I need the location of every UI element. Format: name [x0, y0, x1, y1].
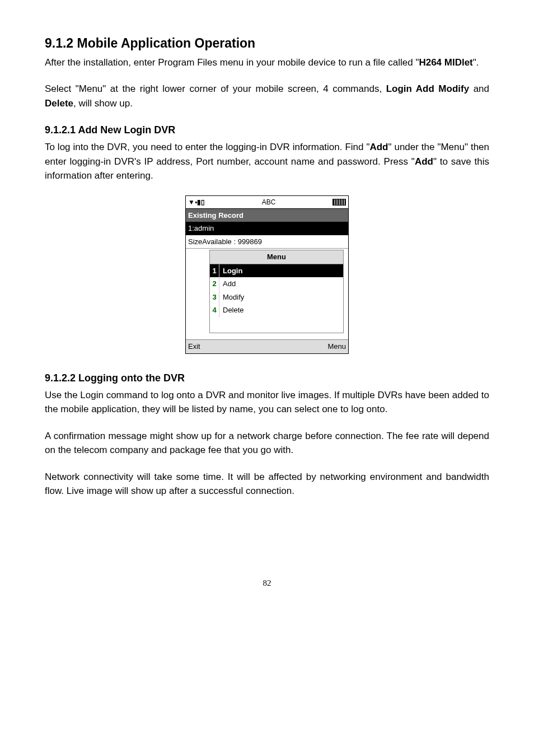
menu-number: 1 [210, 264, 219, 278]
subsection-heading-1: 9.1.2.1 Add New Login DVR [45, 123, 489, 138]
bold-text: Delete [45, 98, 73, 109]
menu-item-modify[interactable]: 3 Modify [210, 291, 343, 304]
menu-number: 3 [210, 291, 219, 304]
signal-icon: ▼▪▮▯ [188, 197, 205, 207]
sub1-paragraph: To log into the DVR, you need to enter t… [45, 140, 489, 183]
softkey-bar: Exit Menu [186, 339, 348, 353]
text: Select "Menu" at the right lower corner … [45, 83, 386, 94]
page-number: 82 [45, 577, 489, 590]
size-available-row: SizeAvailable : 999869 [186, 235, 348, 249]
menu-number: 4 [210, 304, 219, 317]
subsection-heading-2: 9.1.2.2 Logging onto the DVR [45, 371, 489, 386]
menu-label: Modify [219, 291, 343, 304]
text: ". [473, 57, 479, 68]
menu-item-login[interactable]: 1 Login [210, 264, 343, 278]
text: To log into the DVR, you need to enter t… [45, 142, 369, 152]
section-heading: 9.1.2 Mobile Application Operation [45, 34, 489, 53]
menu-area: Menu 1 Login 2 Add 3 Modify 4 Delete [186, 250, 348, 339]
sub2-paragraph-3: Network connectivity will take some time… [45, 470, 489, 498]
menu-label: Login [219, 264, 343, 278]
battery-icon [332, 199, 346, 206]
sub2-paragraph-2: A confirmation message might show up for… [45, 429, 489, 458]
menu-label: Add [219, 277, 343, 291]
title-bar: Existing Record [186, 209, 348, 222]
menu-popup: Menu 1 Login 2 Add 3 Modify 4 Delete [209, 250, 344, 333]
text: , will show up. [73, 98, 133, 109]
bold-text: Login Add Modify [386, 83, 469, 94]
text: After the installation, enter Program Fi… [45, 57, 419, 68]
menu-number: 2 [210, 277, 219, 291]
softkey-menu[interactable]: Menu [327, 341, 346, 352]
mobile-screenshot: ▼▪▮▯ ABC Existing Record 1:admin SizeAva… [185, 195, 349, 354]
menu-header: Menu [210, 250, 343, 264]
text: and [469, 83, 489, 94]
input-mode-indicator: ABC [262, 197, 276, 207]
intro-paragraph-2: Select "Menu" at the right lower corner … [45, 82, 489, 110]
menu-item-delete[interactable]: 4 Delete [210, 304, 343, 317]
menu-item-add[interactable]: 2 Add [210, 277, 343, 291]
sub2-paragraph-1: Use the Login command to log onto a DVR … [45, 388, 489, 417]
bold-text: Add [415, 156, 433, 167]
status-bar: ▼▪▮▯ ABC [186, 196, 348, 209]
bold-text: H264 MIDlet [419, 57, 472, 68]
bold-text: Add [369, 142, 388, 152]
record-row-selected[interactable]: 1:admin [186, 222, 348, 235]
softkey-exit[interactable]: Exit [188, 341, 200, 352]
menu-label: Delete [219, 304, 343, 317]
intro-paragraph-1: After the installation, enter Program Fi… [45, 55, 489, 70]
